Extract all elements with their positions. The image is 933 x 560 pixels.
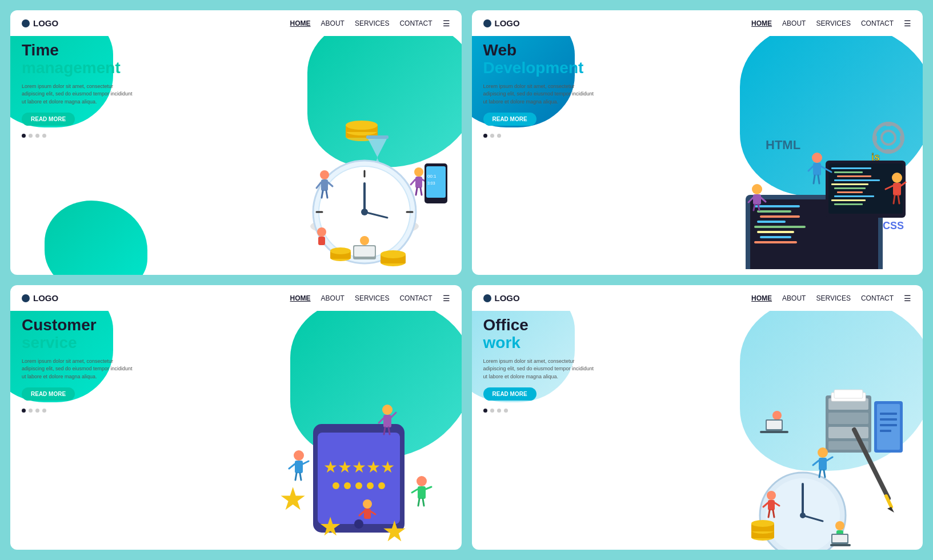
svg-point-108 xyxy=(382,405,393,415)
nav-links-2: HOME ABOUT SERVICES CONTACT ☰ xyxy=(751,19,911,28)
svg-rect-140 xyxy=(880,430,891,432)
svg-point-101 xyxy=(355,482,362,489)
customer-service-scene: ★★★★★ ★ ★ ★ xyxy=(256,390,450,544)
hamburger-icon-3[interactable]: ☰ xyxy=(443,294,450,303)
svg-rect-61 xyxy=(757,231,794,233)
logo-dot-4 xyxy=(483,294,491,302)
nav-contact-2[interactable]: CONTACT xyxy=(861,19,894,27)
svg-line-116 xyxy=(289,464,295,469)
svg-rect-75 xyxy=(834,195,874,197)
nav-contact-3[interactable]: CONTACT xyxy=(399,294,432,302)
title-line2-2: Development xyxy=(483,59,598,77)
svg-rect-35 xyxy=(318,237,325,245)
nav-services-3[interactable]: SERVICES xyxy=(355,294,389,302)
svg-line-22 xyxy=(322,191,323,198)
nav-about-3[interactable]: ABOUT xyxy=(321,294,345,302)
dots-2 xyxy=(483,134,598,138)
svg-line-118 xyxy=(295,473,297,480)
nav-services-4[interactable]: SERVICES xyxy=(816,294,850,302)
dot-2-4 xyxy=(490,409,494,413)
nav-services-2[interactable]: SERVICES xyxy=(816,19,850,27)
nav-home-3[interactable]: HOME xyxy=(290,294,311,302)
svg-line-28 xyxy=(416,188,417,195)
svg-point-100 xyxy=(344,482,351,489)
logo-text-4: LOGO xyxy=(495,293,520,303)
svg-point-156 xyxy=(772,411,782,420)
svg-line-165 xyxy=(819,470,820,477)
dot-active-1 xyxy=(22,134,26,138)
nav-home-4[interactable]: HOME xyxy=(751,294,772,302)
svg-text:3:03: 3:03 xyxy=(427,181,435,185)
svg-line-112 xyxy=(384,427,385,434)
nav-about-1[interactable]: ABOUT xyxy=(321,19,345,27)
svg-line-94 xyxy=(894,195,895,203)
svg-rect-25 xyxy=(415,177,422,188)
hamburger-icon-2[interactable]: ☰ xyxy=(904,19,911,28)
nav-office-work: LOGO HOME ABOUT SERVICES CONTACT ☰ xyxy=(472,285,923,311)
clock-scene-1: 00:1 3:03 xyxy=(256,121,450,269)
svg-rect-70 xyxy=(837,175,871,177)
hamburger-icon-1[interactable]: ☰ xyxy=(443,19,450,28)
svg-point-36 xyxy=(360,236,369,245)
svg-rect-136 xyxy=(877,404,900,450)
svg-rect-48 xyxy=(886,149,891,154)
read-more-btn-3[interactable]: READ MORE xyxy=(22,387,75,401)
svg-rect-97 xyxy=(318,433,400,524)
svg-point-44 xyxy=(330,247,351,254)
dot-2-2 xyxy=(490,134,494,138)
nav-contact-1[interactable]: CONTACT xyxy=(399,19,432,27)
svg-text:★: ★ xyxy=(279,481,307,517)
card-content-2: Web Development Lorem ipsum dolor sit am… xyxy=(483,42,598,138)
svg-text:★: ★ xyxy=(382,515,407,544)
svg-point-46 xyxy=(882,131,895,145)
nav-links-3: HOME ABOUT SERVICES CONTACT ☰ xyxy=(290,294,450,303)
svg-line-89 xyxy=(818,175,819,183)
svg-line-23 xyxy=(326,191,327,198)
svg-rect-160 xyxy=(760,431,788,433)
nav-contact-4[interactable]: CONTACT xyxy=(861,294,894,302)
nav-home-1[interactable]: HOME xyxy=(290,19,311,27)
dot-4-3 xyxy=(42,409,46,413)
svg-rect-133 xyxy=(828,427,868,438)
read-more-btn-2[interactable]: READ MORE xyxy=(483,113,536,126)
svg-marker-145 xyxy=(887,507,894,513)
nav-services-1[interactable]: SERVICES xyxy=(355,19,389,27)
svg-rect-79 xyxy=(753,194,761,205)
svg-rect-162 xyxy=(819,458,827,470)
svg-line-82 xyxy=(754,205,755,210)
svg-rect-60 xyxy=(754,226,806,228)
svg-rect-49 xyxy=(872,135,877,141)
dot-2-1 xyxy=(29,134,33,138)
nav-about-2[interactable]: ABOUT xyxy=(782,19,806,27)
read-more-btn-4[interactable]: READ MORE xyxy=(483,387,536,401)
dot-active-2 xyxy=(483,134,487,138)
dots-1 xyxy=(22,134,136,138)
svg-rect-176 xyxy=(832,535,847,542)
svg-line-119 xyxy=(300,473,301,480)
web-dev-scene: HTML js CSS xyxy=(711,115,917,269)
svg-rect-85 xyxy=(813,163,821,175)
svg-line-29 xyxy=(421,188,422,195)
dots-4 xyxy=(483,409,598,413)
hamburger-icon-4[interactable]: ☰ xyxy=(904,294,911,303)
svg-point-24 xyxy=(414,167,423,177)
svg-line-83 xyxy=(758,205,759,210)
card-content-1: Time management Lorem ipsum dolor sit am… xyxy=(22,42,136,138)
logo-dot-3 xyxy=(22,294,30,302)
nav-home-2[interactable]: HOME xyxy=(751,19,772,27)
read-more-btn-1[interactable]: READ MORE xyxy=(22,113,75,126)
logo-text-2: LOGO xyxy=(495,18,520,28)
svg-rect-63 xyxy=(754,241,797,243)
card-body-1: Time management Lorem ipsum dolor sit am… xyxy=(10,36,462,275)
dot-4-4 xyxy=(504,409,508,413)
svg-point-161 xyxy=(818,447,828,458)
svg-text:00:1: 00:1 xyxy=(427,174,437,179)
svg-rect-132 xyxy=(828,413,868,424)
nav-time-management: LOGO HOME ABOUT SERVICES CONTACT ☰ xyxy=(10,10,462,36)
svg-rect-142 xyxy=(834,390,863,398)
title-line1-2: Web xyxy=(483,42,598,59)
title-line2-4: work xyxy=(483,334,598,352)
dot-3-4 xyxy=(497,409,501,413)
nav-about-4[interactable]: ABOUT xyxy=(782,294,806,302)
card-time-management: LOGO HOME ABOUT SERVICES CONTACT ☰ Time … xyxy=(10,10,462,275)
